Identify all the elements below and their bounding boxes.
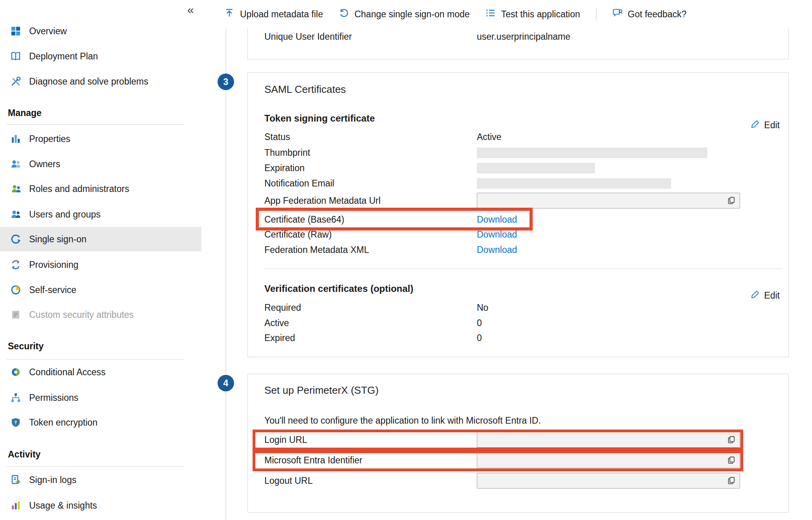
roles-administrators-icon	[10, 183, 21, 194]
sidebar-item-owners[interactable]: Owners	[0, 152, 201, 176]
pencil-icon	[751, 290, 760, 301]
properties-icon	[10, 133, 21, 144]
sidebar-section-manage: Manage	[8, 107, 42, 119]
sidebar-item-label: Usage & insights	[29, 500, 97, 511]
pencil-icon	[751, 119, 760, 131]
got-feedback-button[interactable]: Got feedback?	[612, 8, 687, 20]
thumbprint-redacted-value	[477, 148, 707, 158]
sidebar-item-label: Provisioning	[29, 260, 78, 270]
sidebar-section-security: Security	[8, 340, 44, 352]
logout-url-field[interactable]	[477, 473, 740, 489]
deployment-plan-icon	[10, 51, 21, 62]
custom-security-attributes-icon	[10, 309, 21, 320]
sidebar-item-roles-administrators[interactable]: Roles and administrators	[0, 177, 201, 201]
section-divider	[264, 269, 782, 269]
sidebar-item-label: Properties	[29, 134, 70, 144]
sidebar-item-properties[interactable]: Properties	[0, 127, 201, 151]
certificate-base64-label: Certificate (Base64)	[264, 213, 344, 226]
app-federation-metadata-url-label: App Federation Metadata Url	[264, 194, 380, 207]
sidebar-divider	[7, 124, 185, 125]
app-federation-metadata-url-field[interactable]	[477, 193, 740, 208]
usage-insights-icon	[10, 500, 21, 511]
sidebar-item-conditional-access[interactable]: Conditional Access	[0, 360, 201, 384]
toolbar: Upload metadata file Change single sign-…	[224, 0, 687, 28]
microsoft-entra-identifier-label: Microsoft Entra Identifier	[264, 454, 362, 467]
users-groups-icon	[10, 209, 21, 220]
upload-icon	[224, 8, 234, 20]
sidebar-item-self-service[interactable]: Self-service	[0, 278, 201, 302]
change-sso-mode-button[interactable]: Change single sign-on mode	[339, 8, 470, 20]
expired-label: Expired	[264, 331, 295, 345]
sidebar-item-label: Self-service	[29, 285, 76, 295]
feedback-icon	[612, 8, 622, 20]
collapse-sidebar-button[interactable]: «	[185, 1, 196, 19]
copy-icon[interactable]	[726, 435, 736, 445]
login-url-field[interactable]	[477, 432, 740, 448]
setup-card-title: Set up PerimeterX (STG)	[264, 383, 378, 397]
sidebar-item-deployment-plan[interactable]: Deployment Plan	[0, 44, 201, 68]
sidebar-item-label: Conditional Access	[29, 367, 105, 378]
sidebar-item-provisioning[interactable]: Provisioning	[0, 253, 201, 277]
active-label: Active	[264, 316, 289, 330]
edit-verification-certificates-button[interactable]: Edit	[751, 290, 780, 301]
attributes-claims-card-partial: Unique User Identifier user.userprincipa…	[247, 28, 789, 59]
sidebar-item-label: Overview	[29, 26, 67, 37]
test-application-button[interactable]: Test this application	[485, 8, 580, 20]
edit-token-certificate-button[interactable]: Edit	[751, 119, 780, 131]
sidebar-item-users-groups[interactable]: Users and groups	[0, 202, 201, 227]
setup-card-description: You'll need to configure the application…	[264, 414, 541, 427]
copy-icon[interactable]	[726, 476, 736, 486]
token-encryption-icon	[10, 417, 21, 428]
notification-email-label: Notification Email	[264, 177, 334, 190]
sidebar-item-token-encryption[interactable]: Token encryption	[0, 410, 201, 435]
federation-metadata-xml-download-link[interactable]: Download	[477, 243, 517, 256]
sidebar-item-label: Diagnose and solve problems	[29, 76, 148, 87]
sidebar-item-single-sign-on[interactable]: Single sign-on	[0, 227, 201, 251]
token-signing-certificate-heading: Token signing certificate	[264, 112, 375, 125]
provisioning-icon	[10, 259, 21, 270]
login-url-label: Login URL	[264, 433, 307, 446]
diagnose-tools-icon	[10, 76, 21, 87]
sidebar-item-label: Token encryption	[29, 417, 98, 428]
self-service-icon	[10, 284, 21, 295]
sidebar-item-label: Permissions	[29, 393, 78, 403]
setup-application-card: Set up PerimeterX (STG) You'll need to c…	[247, 374, 789, 513]
sidebar-item-label: Owners	[29, 159, 60, 170]
federation-metadata-xml-label: Federation Metadata XML	[264, 243, 369, 256]
toolbar-button-label: Test this application	[501, 9, 580, 20]
sidebar-divider	[7, 466, 185, 467]
step-3-badge: 3	[218, 74, 234, 90]
sidebar-item-sign-in-logs[interactable]: Sign-in logs	[0, 468, 201, 492]
verification-certificates-heading: Verification certificates (optional)	[264, 282, 413, 295]
toolbar-divider	[596, 8, 596, 20]
logout-url-label: Logout URL	[264, 474, 313, 487]
sidebar-divider	[7, 359, 185, 360]
copy-icon[interactable]	[726, 195, 736, 206]
step-connector-line	[225, 28, 226, 520]
thumbprint-label: Thumbprint	[264, 146, 310, 159]
sidebar-item-permissions[interactable]: Permissions	[0, 385, 201, 410]
microsoft-entra-identifier-field[interactable]	[477, 452, 740, 468]
sidebar-item-label: Single sign-on	[29, 234, 87, 245]
unique-user-identifier-label: Unique User Identifier	[264, 30, 352, 43]
sidebar-item-overview[interactable]: Overview	[0, 19, 201, 43]
expiration-redacted-value	[477, 163, 595, 173]
sidebar-item-label: Custom security attributes	[29, 310, 134, 320]
edit-label: Edit	[764, 290, 780, 301]
certificate-raw-label: Certificate (Raw)	[264, 228, 332, 241]
certificate-raw-download-link[interactable]: Download	[477, 228, 517, 241]
copy-icon[interactable]	[726, 455, 736, 465]
undo-icon	[339, 8, 349, 20]
required-label: Required	[264, 301, 301, 314]
saml-certificates-title: SAML Certificates	[264, 82, 346, 96]
sidebar-item-diagnose[interactable]: Diagnose and solve problems	[0, 69, 201, 94]
unique-user-identifier-value: user.userprincipalname	[477, 30, 570, 43]
toolbar-button-label: Got feedback?	[628, 9, 687, 20]
sidebar-item-custom-security-attributes[interactable]: Custom security attributes	[0, 302, 201, 327]
single-sign-on-icon	[10, 234, 21, 245]
notification-email-redacted-value	[477, 178, 671, 189]
certificate-base64-download-link[interactable]: Download	[477, 213, 517, 226]
sidebar-item-usage-insights[interactable]: Usage & insights	[0, 493, 201, 518]
saml-certificates-card: SAML Certificates Token signing certific…	[247, 72, 789, 357]
upload-metadata-file-button[interactable]: Upload metadata file	[224, 8, 323, 20]
